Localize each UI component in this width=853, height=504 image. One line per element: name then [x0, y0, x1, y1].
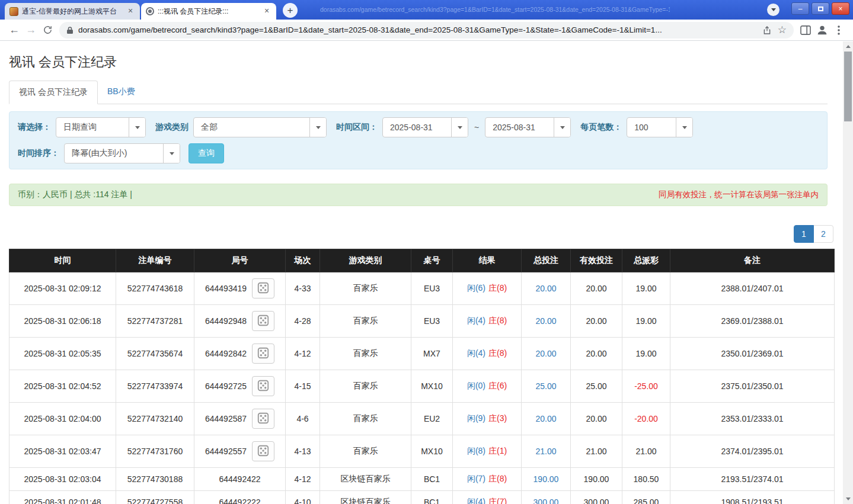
chevron-down-icon [451, 118, 468, 137]
cell-result: 闲(0)庄(6) [453, 370, 522, 403]
column-header: 场次 [286, 249, 320, 272]
replay-button[interactable] [252, 441, 274, 461]
cell-game-type: 百家乐 [320, 305, 411, 338]
column-header: 备注 [670, 249, 835, 272]
cell-game-type: 百家乐 [320, 370, 411, 403]
dice-icon [257, 346, 270, 361]
share-button[interactable] [762, 25, 772, 35]
total-bet-link[interactable]: 20.00 [535, 349, 556, 358]
date-end-select[interactable]: 2025-08-31 [485, 117, 571, 137]
filter-row-2: 时间排序： 降幂(由大到小) 查询 [18, 143, 819, 163]
titlebar: 通宝-信誉最好的网上游戏平台 × :::视讯 会员下注纪录::: × + dor… [0, 0, 853, 20]
tab-bet-records[interactable]: 视讯 会员下注纪录 [9, 81, 98, 104]
scroll-down-button[interactable] [843, 494, 853, 504]
chevron-down-icon [554, 118, 570, 137]
table-row: 2025-08-31 02:05:35522774735674644492842… [9, 338, 835, 370]
table-row: 2025-08-31 02:09:12522774743618644493419… [9, 272, 835, 305]
scrollbar[interactable] [843, 41, 853, 504]
scrollbar-thumb[interactable] [844, 52, 852, 121]
date-range-label: 时间区间： [336, 122, 378, 133]
total-bet-link[interactable]: 300.00 [533, 497, 559, 504]
date-start-select[interactable]: 2025-08-31 [382, 117, 468, 137]
page-number-button[interactable]: 2 [813, 225, 833, 243]
cell-note: 1908.51/2193.51 [670, 491, 835, 504]
tab-strip: 通宝-信誉最好的网上游戏平台 × :::视讯 会员下注纪录::: × + [0, 3, 298, 20]
back-button[interactable]: ← [6, 22, 23, 38]
total-bet-link[interactable]: 25.00 [535, 381, 556, 391]
query-type-select[interactable]: 日期查询 [56, 117, 146, 137]
forward-button[interactable]: → [23, 22, 39, 38]
close-icon: × [838, 5, 842, 12]
cell-bet-id: 522774731760 [116, 435, 194, 468]
cell-total-bet: 20.00 [522, 272, 571, 305]
page-size-label: 每页笔数： [580, 122, 622, 133]
cell-total-bet: 25.00 [522, 370, 571, 403]
total-bet-link[interactable]: 190.00 [533, 474, 559, 484]
cell-time: 2025-08-31 02:06:18 [9, 305, 116, 338]
address-bar[interactable]: dorasabs.com/game/betrecord_search/kind3… [59, 22, 794, 38]
close-button[interactable]: × [832, 2, 849, 15]
titlebar-url-artifact: dorasabs.com/game/betrecord_search/kind3… [320, 6, 670, 13]
tab-bb-tips[interactable]: BB小费 [98, 81, 145, 104]
page-number-button[interactable]: 1 [794, 225, 814, 243]
page-size-value: 100 [627, 123, 676, 132]
maximize-button[interactable] [812, 2, 829, 15]
tab-search-button[interactable] [767, 4, 779, 16]
cell-session: 4-10 [286, 491, 320, 504]
currency-total-text: 币别：人民币 | 总共 :114 注单 | [18, 190, 132, 200]
share-icon [762, 25, 772, 35]
round-cell: 644492948 [198, 311, 282, 331]
refresh-button[interactable] [39, 22, 56, 38]
scroll-up-button[interactable] [843, 41, 853, 52]
cell-session: 4-15 [286, 370, 320, 403]
player-result: 闲(4) [467, 497, 485, 504]
dice-icon [257, 314, 270, 329]
cell-table-code: BC1 [411, 491, 453, 504]
replay-button[interactable] [252, 311, 274, 331]
page-title: 视讯 会员下注纪录 [9, 53, 835, 71]
total-bet-link[interactable]: 21.00 [535, 447, 556, 456]
minimize-icon: – [798, 5, 803, 12]
menu-button[interactable] [830, 22, 847, 38]
total-bet-link[interactable]: 20.00 [535, 316, 556, 326]
replay-button[interactable] [252, 278, 274, 298]
dice-icon [257, 412, 270, 426]
game-type-select[interactable]: 全部 [193, 117, 327, 137]
sort-select[interactable]: 降幂(由大到小) [64, 143, 180, 163]
page-size-select[interactable]: 100 [627, 117, 693, 137]
cell-valid-bet: 300.00 [571, 491, 622, 504]
total-bet-link[interactable]: 20.00 [535, 284, 556, 293]
cell-bet-id: 522774733974 [116, 370, 194, 403]
total-bet-link[interactable]: 20.00 [535, 414, 556, 423]
url-text[interactable]: dorasabs.com/game/betrecord_search/kind3… [78, 25, 756, 34]
column-header: 局号 [194, 249, 286, 272]
side-panel-button[interactable] [797, 22, 814, 38]
cell-payout: -25.00 [622, 370, 670, 403]
minimize-button[interactable]: – [791, 2, 809, 15]
replay-button[interactable] [252, 376, 274, 396]
round-cell: 644492725 [198, 376, 282, 396]
browser-window: 通宝-信誉最好的网上游戏平台 × :::视讯 会员下注纪录::: × + dor… [0, 0, 853, 504]
query-type-label: 请选择： [18, 122, 51, 133]
replay-button[interactable] [252, 409, 274, 429]
banker-result: 庄(8) [488, 474, 507, 483]
chevron-down-icon [309, 118, 326, 137]
new-tab-button[interactable]: + [283, 3, 298, 18]
cell-table-code: BC1 [411, 468, 453, 491]
bookmark-star-button[interactable]: ☆ [778, 24, 787, 36]
cell-total-bet: 20.00 [522, 338, 571, 370]
browser-tab-1[interactable]: 通宝-信誉最好的网上游戏平台 × [5, 3, 140, 20]
banker-result: 庄(3) [488, 413, 507, 423]
cell-note: 2193.51/2374.01 [670, 468, 835, 491]
browser-tab-2[interactable]: :::视讯 会员下注纪录::: × [141, 3, 276, 20]
tab-close-icon[interactable]: × [262, 7, 271, 16]
search-button[interactable]: 查询 [189, 143, 224, 163]
cell-result: 闲(4)庄(7) [453, 491, 522, 504]
chevron-down-icon [676, 118, 692, 137]
tab-close-icon[interactable]: × [126, 7, 135, 16]
cell-time: 2025-08-31 02:03:47 [9, 435, 116, 468]
replay-button[interactable] [252, 344, 274, 364]
cell-valid-bet: 21.00 [571, 435, 622, 468]
player-result: 闲(6) [467, 283, 485, 293]
profile-button[interactable] [814, 22, 830, 38]
